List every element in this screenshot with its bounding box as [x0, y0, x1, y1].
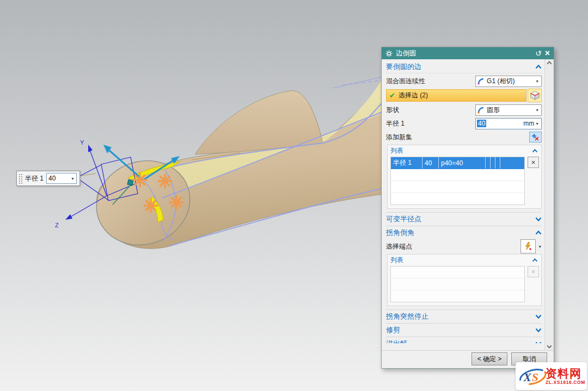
- continuity-row: 混合面连续性 G1 (相切) ▼: [386, 75, 542, 87]
- chevron-down-icon: ▼: [535, 108, 539, 112]
- chevron-down-icon[interactable]: [535, 217, 542, 221]
- cell-expression: p40=40: [439, 157, 486, 169]
- edge-blend-dialog: 边倒圆 ↺ × 要倒圆的边 混合面连续性 G1 (相切) ▼: [381, 47, 554, 369]
- blend-list-group: 列表 半径 1 40 p40=40: [387, 145, 542, 209]
- list-title: 列表: [390, 146, 403, 156]
- dialog-content: 要倒圆的边 混合面连续性 G1 (相切) ▼ ✔: [382, 59, 544, 350]
- chevron-down-icon[interactable]: [535, 314, 542, 319]
- dialog-title: 边倒圆: [396, 49, 532, 58]
- section-trim[interactable]: 修剪: [386, 323, 542, 336]
- circular-blend-icon: [477, 107, 485, 114]
- axis-y-label: Y: [80, 139, 84, 146]
- close-button[interactable]: ×: [545, 49, 550, 58]
- select-edge-label: 选择边 (2): [399, 91, 428, 100]
- select-edge-row: ✔ 选择边 (2): [386, 89, 542, 102]
- shape-value: 圆形: [487, 105, 500, 115]
- chevron-down-icon: ▼: [535, 79, 539, 83]
- radius-value: 40: [477, 120, 486, 127]
- cell-radius-name: 半径 1: [391, 157, 422, 169]
- lightning-icon: [524, 242, 532, 251]
- list-row[interactable]: [391, 290, 524, 302]
- continuity-label: 混合面连续性: [386, 77, 425, 86]
- section-corner-stop[interactable]: 拐角突然停止: [386, 309, 542, 322]
- list-row[interactable]: [391, 266, 524, 278]
- add-new-set-icon: [531, 133, 540, 141]
- section-title: 溢出解: [386, 339, 407, 344]
- section-overflow-clipped[interactable]: 溢出解: [386, 336, 542, 343]
- list-row-selected[interactable]: 半径 1 40 p40=40: [391, 157, 524, 169]
- xs-logo: X S: [517, 364, 548, 389]
- section-title: 拐角倒角: [386, 228, 414, 238]
- chevron-down-icon[interactable]: ▼: [538, 245, 542, 249]
- floating-radius-input[interactable]: 半径 1 40 ▼: [16, 171, 80, 186]
- chevron-down-icon[interactable]: [535, 328, 542, 332]
- chevron-down-icon[interactable]: [535, 342, 542, 344]
- add-new-set-label: 添加新集: [386, 133, 412, 142]
- remove-list-item-button-disabled: ×: [528, 266, 539, 277]
- watermark-site-url: ZL.XS1616.COM: [546, 380, 585, 385]
- cube-icon: [530, 90, 540, 101]
- chevron-down-icon[interactable]: ▼: [71, 177, 75, 181]
- select-endpoint-label: 选择端点: [386, 242, 412, 251]
- remove-list-item-button[interactable]: ×: [528, 157, 539, 168]
- reset-button[interactable]: ↺: [535, 49, 542, 57]
- floating-radius-field[interactable]: 40 ▼: [46, 173, 77, 184]
- dialog-scrollbar[interactable]: [544, 59, 554, 350]
- list-row[interactable]: [391, 278, 524, 290]
- radius-input[interactable]: 40 mm ▼: [475, 118, 542, 129]
- shape-dropdown[interactable]: 圆形 ▼: [475, 104, 542, 116]
- continuity-dropdown[interactable]: G1 (相切) ▼: [475, 76, 542, 87]
- select-edge-button[interactable]: ✔ 选择边 (2): [386, 89, 526, 102]
- check-icon: ✔: [389, 91, 395, 100]
- list-row[interactable]: [391, 193, 524, 204]
- section-title: 修剪: [386, 325, 400, 335]
- cell-radius-value: 40: [422, 157, 439, 169]
- radius-row: 半径 1 40 mm ▼: [386, 117, 542, 129]
- gear-icon: [385, 50, 393, 57]
- radius-label: 半径 1: [386, 119, 405, 128]
- svg-text:S: S: [532, 370, 538, 383]
- cell-empty: [491, 157, 495, 169]
- svg-text:X: X: [523, 370, 532, 383]
- section-title: 要倒圆的边: [386, 62, 421, 72]
- cell-empty: [495, 157, 500, 169]
- endpoint-list[interactable]: [390, 266, 525, 302]
- chevron-down-icon[interactable]: ▼: [535, 122, 539, 126]
- add-new-set-button[interactable]: [529, 132, 542, 142]
- chevron-up-icon[interactable]: [535, 65, 542, 69]
- watermark: X S 资料网 ZL.XS1616.COM: [516, 362, 587, 390]
- list-header[interactable]: 列表: [390, 255, 539, 265]
- scroll-down-icon[interactable]: [547, 345, 552, 349]
- select-endpoint-row: 选择端点 ▼: [386, 240, 542, 252]
- snap-point-cube-button[interactable]: [528, 89, 542, 102]
- endpoint-list-group: 列表 ×: [387, 254, 542, 306]
- section-corner-blend[interactable]: 拐角倒角: [386, 226, 542, 239]
- section-title: 拐角突然停止: [386, 312, 428, 321]
- add-new-set-row: 添加新集: [386, 131, 542, 143]
- chevron-up-icon[interactable]: [532, 149, 538, 153]
- ok-button[interactable]: < 确定 >: [471, 352, 507, 365]
- section-title: 可变半径点: [386, 214, 421, 224]
- select-endpoint-button[interactable]: [520, 239, 536, 253]
- watermark-site-name: 资料网: [546, 367, 581, 380]
- chevron-up-icon[interactable]: [535, 231, 542, 235]
- shape-row: 形状 圆形 ▼: [386, 104, 542, 116]
- chevron-up-icon[interactable]: [532, 258, 538, 262]
- section-variable-radius[interactable]: 可变半径点: [386, 212, 542, 225]
- dialog-titlebar[interactable]: 边倒圆 ↺ ×: [382, 47, 554, 59]
- cell-empty: [486, 157, 491, 169]
- radius-unit: mm: [523, 120, 534, 127]
- axis-z-label: Z: [55, 222, 59, 228]
- shape-label: 形状: [386, 105, 399, 115]
- list-row[interactable]: [391, 169, 524, 181]
- section-edges-to-blend[interactable]: 要倒圆的边: [386, 60, 542, 73]
- floating-radius-label: 半径 1: [25, 174, 44, 183]
- blend-set-list[interactable]: 半径 1 40 p40=40: [390, 157, 525, 205]
- scroll-up-icon[interactable]: [547, 61, 552, 65]
- drag-grip-icon[interactable]: [19, 173, 22, 184]
- blend-face-icon: [477, 78, 485, 85]
- list-title: 列表: [390, 256, 403, 265]
- list-row[interactable]: [391, 181, 524, 193]
- continuity-value: G1 (相切): [487, 77, 514, 86]
- list-header[interactable]: 列表: [390, 146, 539, 156]
